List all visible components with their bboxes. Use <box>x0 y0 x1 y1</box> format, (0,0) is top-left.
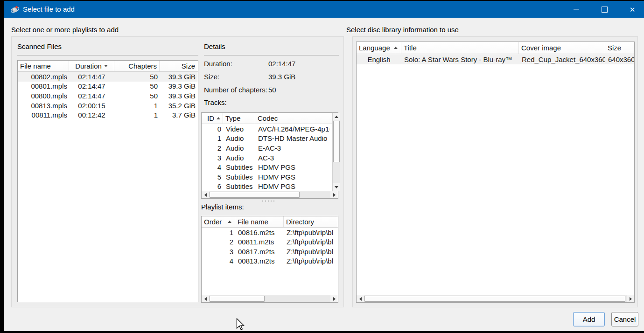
tracks-horizontal-scrollbar[interactable] <box>202 191 338 198</box>
table-cell: HDMV PGS <box>255 163 329 171</box>
table-row[interactable]: 00800.mpls02:14:475039.3 GiB <box>18 91 198 101</box>
files-table-header-size[interactable]: Size <box>160 61 197 71</box>
table-cell: HDMV PGS <box>255 173 329 181</box>
library-table-body: EnglishSolo: A Star Wars Story - Blu-ray… <box>357 54 634 64</box>
add-button[interactable]: Add <box>573 312 605 326</box>
scroll-right-button[interactable] <box>330 191 338 198</box>
library-table-header-size[interactable]: Size <box>605 42 634 54</box>
titlebar[interactable]: Select file to add ✕ <box>4 1 644 18</box>
table-cell: 39.3 GiB <box>160 73 197 81</box>
files-table-body: 00802.mpls02:14:475039.3 GiB00801.mpls02… <box>18 72 198 120</box>
table-row[interactable]: 00811.mpls00:12:4213.7 GiB <box>18 110 198 120</box>
table-cell: 02:14:47 <box>69 92 114 100</box>
files-table-header-duration[interactable]: Duration <box>69 61 114 71</box>
playlist-table-header-directory[interactable]: Directory <box>284 216 337 227</box>
tracks-table-header-type[interactable]: Type <box>223 113 255 124</box>
scroll-right-button[interactable] <box>330 295 338 302</box>
table-row[interactable]: 1AudioDTS-HD Master Audio <box>202 134 338 144</box>
table-cell: Subtitles <box>223 173 255 181</box>
table-row[interactable]: 300817.m2tsZ:\ftp\pub\rip\bl <box>202 247 338 257</box>
table-cell: 00802.mpls <box>18 73 69 81</box>
table-row[interactable]: 4SubtitlesHDMV PGS <box>202 162 338 172</box>
column-header-label: Directory <box>286 218 314 226</box>
table-cell: 640x360 <box>605 56 634 63</box>
library-table-header-language[interactable]: Language <box>357 42 401 54</box>
scrollbar-thumb[interactable] <box>210 192 300 198</box>
detail-value: 50 <box>268 86 276 94</box>
table-row[interactable]: EnglishSolo: A Star Wars Story - Blu-ray… <box>357 54 634 64</box>
table-cell: Red_Cup_Jacket_640x360.jpg <box>519 56 605 63</box>
table-row[interactable]: 00802.mpls02:14:475039.3 GiB <box>18 72 198 82</box>
cancel-button[interactable]: Cancel <box>611 312 638 326</box>
table-cell: 35.2 GiB <box>160 102 197 110</box>
table-row[interactable]: 00801.mpls02:14:475039.3 GiB <box>18 82 198 91</box>
minimize-button[interactable] <box>566 1 587 18</box>
disc-library-table[interactable]: LanguageTitleCover imageSizeEnglishSolo:… <box>356 42 635 303</box>
column-header-label: Cover image <box>521 44 561 52</box>
playlist-table-header-file-name[interactable]: File name <box>235 216 284 227</box>
scroll-left-button[interactable] <box>202 191 209 198</box>
close-button[interactable]: ✕ <box>622 1 643 18</box>
scanned-files-table[interactable]: File nameDurationChaptersSize00802.mpls0… <box>17 60 198 302</box>
table-row[interactable]: 3AudioAC-3 <box>202 153 338 163</box>
scroll-down-button[interactable] <box>333 183 340 191</box>
splitter-handle[interactable] <box>262 201 274 201</box>
window-title: Select file to add <box>23 1 75 18</box>
playlist-table-header-order[interactable]: Order <box>202 216 235 227</box>
arrow-right-icon <box>630 297 632 301</box>
table-cell: 2 <box>202 144 223 152</box>
table-row[interactable]: 6SubtitlesHDMV PGS <box>202 182 338 192</box>
table-cell: Audio <box>223 134 255 142</box>
playlist-items-table[interactable]: OrderFile nameDirectory100816.m2tsZ:\ftp… <box>201 216 338 303</box>
table-row[interactable]: 100816.m2tsZ:\ftp\pub\rip\bl <box>202 228 338 237</box>
table-cell: Z:\ftp\pub\rip\bl <box>284 248 337 256</box>
table-cell: 00801.mpls <box>18 82 69 90</box>
scrollbar-thumb[interactable] <box>333 121 340 162</box>
scroll-up-button[interactable] <box>333 113 340 120</box>
tracks-table[interactable]: IDTypeCodec0VideoAVC/H.264/MPEG-4p101Aud… <box>201 112 338 199</box>
sort-ascending-icon <box>228 221 231 223</box>
scroll-left-button[interactable] <box>202 295 209 302</box>
library-table-header-cover-image[interactable]: Cover image <box>519 42 605 54</box>
playlists-panel: Scanned Files File nameDurationChaptersS… <box>11 36 344 307</box>
table-cell: Video <box>223 125 255 133</box>
tracks-table-header-codec[interactable]: Codec <box>255 113 329 124</box>
table-cell: 02:00:15 <box>69 102 114 110</box>
table-row[interactable]: 200811.m2tsZ:\ftp\pub\rip\bl <box>202 237 338 247</box>
files-table-header-chapters[interactable]: Chapters <box>114 61 160 71</box>
playlist-table-body: 100816.m2tsZ:\ftp\pub\rip\bl200811.m2tsZ… <box>202 228 338 266</box>
table-cell: Subtitles <box>223 163 255 171</box>
table-cell: 3 <box>202 154 223 162</box>
table-row[interactable]: 400813.m2tsZ:\ftp\pub\rip\bl <box>202 257 338 266</box>
table-cell: 1 <box>114 102 160 110</box>
library-horizontal-scrollbar[interactable] <box>357 295 634 302</box>
arrow-left-icon <box>359 297 362 301</box>
table-cell: 00811.mpls <box>18 111 69 119</box>
table-row[interactable]: 00813.mpls02:00:15135.2 GiB <box>18 101 198 111</box>
app-disc-icon <box>10 5 20 14</box>
files-table-header-file-name[interactable]: File name <box>18 61 69 71</box>
table-cell: Audio <box>223 144 255 152</box>
table-cell: 1 <box>114 111 160 119</box>
table-cell: Z:\ftp\pub\rip\bl <box>284 229 337 236</box>
tracks-vertical-scrollbar[interactable] <box>332 113 340 191</box>
scroll-left-button[interactable] <box>357 295 364 302</box>
playlist-horizontal-scrollbar[interactable] <box>202 295 338 302</box>
tracks-table-header-id[interactable]: ID <box>202 113 223 124</box>
column-header-label: ID <box>207 114 214 122</box>
column-header-label: File name <box>238 218 268 226</box>
scrollbar-thumb[interactable] <box>210 296 265 302</box>
library-table-header-title[interactable]: Title <box>401 42 519 54</box>
column-header-label: Codec <box>258 114 278 122</box>
detail-label: Duration: <box>204 60 232 68</box>
scrollbar-thumb[interactable] <box>364 296 625 302</box>
table-row[interactable]: 2AudioE-AC-3 <box>202 143 338 153</box>
table-cell: 6 <box>202 182 223 190</box>
table-row[interactable]: 0VideoAVC/H.264/MPEG-4p10 <box>202 124 338 134</box>
maximize-button[interactable] <box>594 1 615 18</box>
table-row[interactable]: 5SubtitlesHDMV PGS <box>202 172 338 182</box>
arrow-left-icon <box>204 193 207 197</box>
table-cell: DTS-HD Master Audio <box>255 134 329 142</box>
table-cell: 4 <box>202 257 235 265</box>
scroll-right-button[interactable] <box>627 295 634 302</box>
